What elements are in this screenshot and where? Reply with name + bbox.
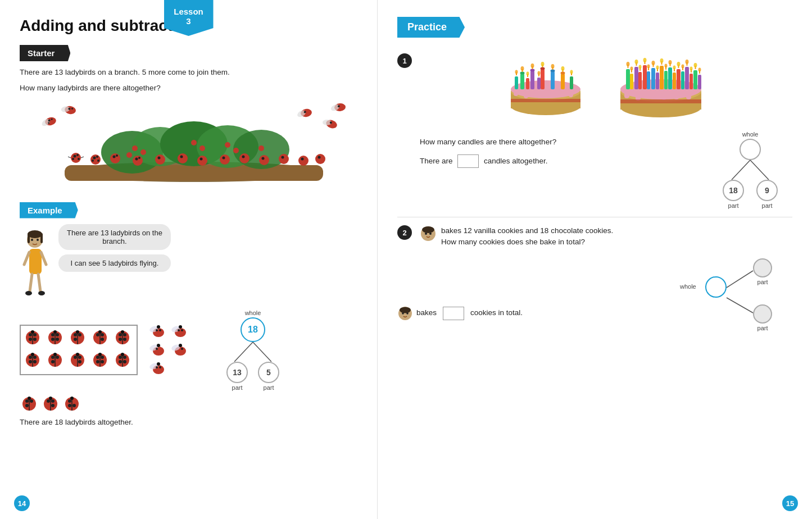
q1-answer-box[interactable] [457, 154, 479, 168]
svg-rect-278 [647, 71, 650, 89]
svg-point-205 [520, 66, 524, 71]
svg-rect-239 [636, 93, 641, 101]
svg-point-144 [119, 360, 122, 363]
example-section: Example [20, 202, 357, 426]
cakes-row [420, 57, 792, 130]
svg-rect-195 [514, 90, 518, 96]
svg-rect-245 [626, 69, 630, 89]
q1-whole-circle [740, 139, 761, 160]
svg-point-10 [191, 140, 197, 145]
svg-rect-206 [530, 71, 534, 89]
svg-rect-290 [681, 71, 684, 89]
svg-point-99 [74, 338, 77, 341]
svg-point-27 [110, 153, 120, 163]
starter-header: Starter [20, 45, 70, 61]
svg-point-73 [31, 239, 33, 241]
q2-answer-area: bakes cookies in total. [397, 306, 523, 321]
svg-rect-196 [524, 92, 528, 98]
svg-point-302 [422, 226, 434, 233]
svg-point-256 [651, 61, 655, 65]
svg-point-187 [68, 404, 71, 407]
svg-point-22 [90, 154, 101, 165]
svg-point-39 [220, 154, 230, 165]
svg-rect-71 [28, 233, 30, 243]
q1-number: 1 [397, 53, 412, 68]
svg-point-23 [93, 156, 96, 159]
svg-point-188 [72, 404, 76, 407]
svg-point-274 [630, 67, 633, 71]
svg-point-118 [29, 360, 32, 363]
svg-point-131 [78, 360, 81, 363]
svg-point-295 [689, 67, 692, 71]
practice-header-container: Practice [397, 17, 792, 45]
svg-point-211 [540, 67, 545, 70]
svg-line-21 [81, 157, 84, 158]
q2-before-text: bakes [416, 307, 437, 318]
svg-rect-293 [689, 74, 693, 89]
q2-header-row: 2 bakes 12 vanilla cookies and 18 chocol… [397, 225, 792, 248]
svg-point-109 [119, 333, 122, 336]
svg-rect-296 [698, 75, 701, 89]
svg-line-299 [732, 160, 750, 180]
svg-point-116 [29, 356, 32, 359]
svg-point-233 [570, 70, 573, 74]
svg-rect-1 [65, 165, 323, 181]
svg-point-130 [78, 356, 81, 359]
ladybird-grid [20, 325, 138, 375]
svg-point-98 [78, 333, 81, 336]
svg-point-83 [29, 333, 32, 336]
svg-rect-257 [660, 66, 664, 89]
svg-point-147 [121, 353, 124, 356]
svg-point-12 [225, 142, 230, 148]
svg-point-140 [98, 353, 102, 356]
svg-point-135 [96, 356, 99, 359]
svg-point-306 [400, 307, 411, 313]
svg-point-33 [155, 154, 165, 165]
part1-label: part [232, 384, 243, 391]
svg-rect-275 [638, 72, 642, 89]
starter-section: Starter There are 13 ladybirds on a bran… [20, 45, 357, 94]
svg-point-169 [159, 366, 161, 368]
speech-bubble-2: I can see 5 ladybirds flying. [58, 254, 171, 272]
svg-rect-272 [630, 74, 633, 89]
svg-point-142 [119, 356, 122, 359]
svg-point-35 [178, 153, 188, 163]
speech-bubbles: There are 13 ladybirds on the branch. I … [58, 224, 171, 272]
svg-point-36 [180, 155, 183, 158]
svg-line-172 [253, 342, 271, 362]
svg-point-84 [33, 333, 37, 336]
svg-point-186 [68, 399, 71, 403]
svg-point-170 [157, 362, 160, 366]
ladybird-grid-area: whole 18 13 part [20, 309, 357, 391]
parts-row: 13 part 5 part [226, 362, 279, 391]
svg-point-95 [53, 330, 57, 334]
svg-point-145 [123, 360, 126, 363]
svg-rect-260 [668, 67, 672, 89]
svg-rect-251 [643, 65, 647, 89]
svg-point-303 [425, 233, 427, 235]
svg-point-16 [74, 154, 76, 157]
svg-rect-238 [624, 92, 629, 98]
svg-point-190 [70, 397, 74, 400]
svg-point-271 [693, 63, 697, 67]
svg-rect-210 [541, 69, 545, 89]
svg-point-45 [279, 154, 289, 164]
svg-rect-242 [674, 92, 679, 99]
q2-answer-box[interactable] [443, 307, 464, 320]
q2-bottom: bakes cookies in total. whole [397, 254, 792, 327]
svg-point-46 [282, 156, 284, 158]
svg-point-280 [647, 65, 650, 69]
svg-point-221 [561, 66, 564, 71]
q1-question-text: How many candles are there altogether? [420, 136, 719, 148]
conclusion-text: There are 18 ladybirds altogether. [20, 418, 357, 426]
q1-before-text: There are [420, 157, 453, 165]
q1-answer-row: There are candles altogether. [420, 154, 719, 168]
svg-point-31 [135, 157, 138, 160]
svg-rect-202 [520, 74, 524, 89]
svg-point-217 [551, 64, 554, 69]
q2-text1: bakes 12 vanilla cookies and 18 chocolat… [441, 225, 613, 236]
q1-part-whole: whole 18 part [719, 131, 781, 209]
svg-point-34 [158, 156, 161, 159]
svg-rect-222 [515, 76, 518, 89]
svg-rect-72 [40, 233, 43, 243]
